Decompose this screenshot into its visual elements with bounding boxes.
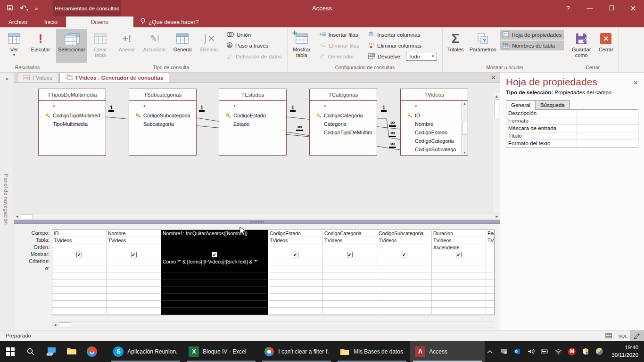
grid-cell[interactable]: [323, 280, 377, 287]
eliminar-columnas-button[interactable]: Eliminar columnas: [365, 41, 439, 50]
show-checkbox[interactable]: ✔: [212, 252, 217, 257]
field-list-ttiposdemultimedia[interactable]: TTiposDeMultimedia*CodigoTipoMultimedTip…: [38, 89, 106, 156]
grid-cell[interactable]: ✔: [377, 251, 432, 258]
grid-cell[interactable]: [432, 272, 486, 280]
devuelve-combobox[interactable]: Todo▼: [406, 52, 437, 61]
scroll-thumb[interactable]: [21, 214, 33, 219]
grid-cell[interactable]: [486, 301, 495, 308]
tray-mega-icon[interactable]: M: [568, 347, 576, 356]
grid-cell[interactable]: [107, 272, 161, 280]
grid-cell[interactable]: Nombre1: fncQuitarAcentos([Nombre]): [161, 230, 268, 237]
tray-chevron-icon[interactable]: [486, 347, 494, 356]
grid-cell[interactable]: [52, 258, 107, 265]
scroll-thumb[interactable]: [462, 122, 467, 135]
grid-cell[interactable]: [486, 294, 495, 301]
grid-cell[interactable]: CodigoSubcategoria: [377, 230, 432, 237]
tray-remote-icon[interactable]: [499, 347, 508, 356]
field-item[interactable]: CodigoTipoMultimed: [45, 111, 105, 120]
ejecutar-button[interactable]: !Ejecutar: [27, 29, 54, 63]
scroll-up-icon[interactable]: ▲: [463, 102, 466, 105]
grid-cell[interactable]: TVideos: [52, 237, 107, 244]
property-value[interactable]: [577, 117, 638, 124]
grid-cell[interactable]: [161, 237, 268, 244]
show-checkbox[interactable]: ✔: [456, 252, 462, 257]
more-commands-icon[interactable]: »: [35, 6, 38, 11]
show-checkbox[interactable]: ✔: [293, 252, 298, 257]
query-design-grid[interactable]: IDNombreNombre1: fncQuitarAcentos([Nombr…: [52, 230, 495, 315]
grid-cell[interactable]: [52, 301, 107, 308]
field-item[interactable]: Subcategoria: [136, 120, 195, 128]
paso-a-trav-s-button[interactable]: Paso a través: [224, 41, 284, 50]
grid-cell[interactable]: [486, 272, 495, 280]
seleccionar-button[interactable]: Seleccionar: [56, 29, 87, 63]
grid-cell[interactable]: [377, 294, 432, 301]
grid-cell[interactable]: [161, 301, 268, 308]
grid-cell[interactable]: TVideos: [432, 237, 486, 244]
grid-cell[interactable]: [161, 287, 268, 294]
grid-cell[interactable]: ✔: [432, 251, 486, 258]
property-value[interactable]: [577, 140, 638, 148]
tray-outlook-icon[interactable]: [513, 347, 521, 356]
grid-cell[interactable]: [486, 251, 495, 258]
task-view-icon[interactable]: [41, 341, 61, 362]
grid-cell[interactable]: Nombre: [107, 230, 161, 237]
taskbar-app-aplicaci-n-reunion[interactable]: SAplicación Reunion...: [108, 341, 183, 362]
dropdown-caret-icon[interactable]: ▼: [431, 54, 435, 58]
grid-cell[interactable]: [377, 272, 432, 280]
field-item[interactable]: CodigoEstado: [407, 128, 460, 137]
property-value[interactable]: [577, 132, 638, 140]
field-item[interactable]: CodigoSubcatego: [407, 145, 460, 154]
grid-cell[interactable]: [107, 258, 161, 265]
grid-cell[interactable]: ✔: [107, 251, 161, 258]
grid-cell[interactable]: Fec: [486, 230, 495, 237]
grid-cell[interactable]: [52, 280, 107, 287]
grid-cell[interactable]: [323, 294, 377, 301]
diagram-horizontal-scrollbar[interactable]: ◄ ►: [14, 213, 500, 220]
taskbar-app-i-can-t-clear-a-filter-f[interactable]: I can't clear a filter f...: [259, 341, 334, 362]
grid-cell[interactable]: [107, 294, 161, 301]
undo-icon[interactable]: ↶▾: [20, 3, 28, 13]
field-item[interactable]: Categoria: [316, 120, 376, 128]
grid-cell[interactable]: TVideos: [323, 237, 377, 244]
field-item[interactable]: Nombre: [407, 120, 460, 128]
property-sheet-close-icon[interactable]: ✕: [633, 79, 638, 86]
grid-cell[interactable]: [52, 272, 107, 280]
taskbar-clock[interactable]: 19:40 30/11/2020: [609, 344, 638, 359]
sql-view-button[interactable]: SQL: [616, 330, 630, 341]
expand-nav-pane-icon[interactable]: »: [0, 73, 14, 82]
pane-splitter[interactable]: ▪▪▪▪▪▪▪▪▪: [14, 220, 500, 224]
grid-cell[interactable]: [377, 280, 432, 287]
grid-horizontal-scrollbar[interactable]: ◄: [52, 321, 493, 328]
grid-cell[interactable]: [323, 301, 377, 308]
field-list-scrollbar[interactable]: ▲▼: [461, 101, 468, 155]
grid-cell[interactable]: [161, 244, 268, 251]
grid-cell[interactable]: [486, 258, 495, 265]
restore-button[interactable]: ❐: [601, 0, 622, 16]
show-checkbox[interactable]: ✔: [131, 252, 137, 257]
document-tab-fvideos-generador-de-consultas[interactable]: FVideos : Generador de consultas: [59, 73, 169, 82]
field-item[interactable]: CodigoTipoDeMultim: [316, 128, 376, 137]
scroll-thumb[interactable]: [494, 99, 499, 118]
grid-cell[interactable]: [323, 244, 377, 251]
cerrar-button[interactable]: ✕Cerrar: [594, 29, 617, 63]
grid-cell[interactable]: [161, 265, 268, 272]
field-item[interactable]: CodigoCategoria: [316, 111, 376, 120]
grid-cell[interactable]: TVideos: [377, 237, 432, 244]
grid-cell[interactable]: [486, 244, 495, 251]
close-document-icon[interactable]: ✕: [491, 74, 496, 81]
field-item[interactable]: CodigoSubcategoria: [136, 111, 195, 120]
par-metros-button[interactable]: ?Parámetros: [467, 29, 498, 63]
grid-cell[interactable]: [268, 301, 323, 308]
scroll-right-icon[interactable]: ►: [495, 214, 499, 219]
grid-cell[interactable]: [52, 294, 107, 301]
taskbar-app-access[interactable]: AAccess: [410, 341, 485, 362]
search-icon[interactable]: [20, 341, 41, 362]
tray-battery-icon[interactable]: [540, 347, 549, 356]
show-checkbox[interactable]: ✔: [347, 252, 353, 257]
grid-cell[interactable]: [323, 265, 377, 272]
grid-cell[interactable]: CodigoCategoria: [323, 230, 377, 237]
grid-cell[interactable]: Ascendente: [432, 244, 486, 251]
property-value[interactable]: [577, 110, 638, 117]
grid-cell[interactable]: Como '*' & [forms]![FVideos]![SrchText] …: [161, 258, 268, 265]
chrome-icon[interactable]: [82, 341, 102, 362]
